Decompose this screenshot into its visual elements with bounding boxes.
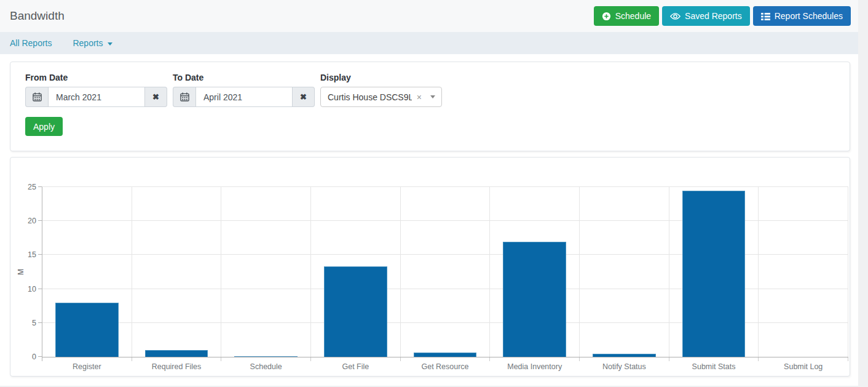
saved-reports-button[interactable]: Saved Reports — [662, 6, 750, 26]
schedule-button-label: Schedule — [615, 11, 651, 21]
page-header: Bandwidth Schedule Saved Reports Report … — [0, 0, 858, 32]
schedule-button[interactable]: Schedule — [594, 6, 659, 26]
app-container: Bandwidth Schedule Saved Reports Report … — [0, 0, 858, 386]
remove-selection-icon[interactable]: × — [417, 92, 422, 102]
to-date-clear-icon[interactable]: ✖ — [293, 87, 315, 107]
header-actions: Schedule Saved Reports Report Schedules — [594, 6, 851, 26]
from-date-label: From Date — [25, 73, 167, 82]
y-tick-mark — [38, 186, 42, 187]
bar-media-inventory — [503, 242, 566, 357]
from-date-input[interactable] — [48, 87, 145, 107]
table-list-icon — [761, 12, 770, 20]
plus-circle-icon — [602, 12, 611, 21]
y-tick-label: 20 — [28, 217, 36, 225]
reports-navbar: All Reports Reports — [0, 32, 858, 54]
chart-category-slot: Required Files — [132, 187, 222, 357]
y-tick-label: 15 — [28, 250, 36, 259]
chart-category-slot: Get File — [311, 187, 401, 357]
nav-item-all-reports[interactable]: All Reports — [10, 38, 52, 48]
chart-category-slot: Schedule — [221, 187, 311, 357]
from-date-input-group: ✖ — [25, 87, 167, 107]
y-tick-mark — [38, 322, 42, 323]
bar-submit-stats — [682, 191, 746, 357]
to-date-input[interactable] — [195, 87, 293, 107]
filter-panel: From Date ✖ To Date — [10, 62, 850, 151]
y-tick-label: 25 — [28, 183, 36, 191]
display-select-value: Curtis House DSCS9L — [328, 92, 412, 102]
page-title: Bandwidth — [10, 9, 65, 23]
chart-category-slot: Submit Stats — [669, 187, 759, 357]
y-tick-label: 10 — [28, 285, 36, 293]
y-tick-mark — [38, 289, 42, 289]
bar-get-resource — [414, 353, 477, 357]
bar-get-file — [324, 266, 387, 357]
saved-reports-button-label: Saved Reports — [685, 11, 742, 21]
from-date-clear-icon[interactable]: ✖ — [145, 87, 167, 107]
chart-category-slot: Register — [42, 187, 132, 357]
display-select[interactable]: Curtis House DSCS9L × — [320, 87, 442, 107]
report-schedules-button[interactable]: Report Schedules — [753, 6, 851, 26]
bar-required-files — [145, 350, 208, 357]
chart-plot: M 0510152025RegisterRequired FilesSchedu… — [42, 186, 848, 357]
to-date-filter: To Date ✖ — [173, 73, 315, 107]
eye-icon — [670, 12, 681, 20]
y-tick-mark — [38, 220, 42, 221]
calendar-icon[interactable] — [25, 87, 48, 107]
nav-item-label: Reports — [73, 38, 103, 48]
from-date-filter: From Date ✖ — [25, 73, 167, 107]
chart-category-slot: Media Inventory — [490, 187, 580, 357]
apply-button[interactable]: Apply — [25, 117, 63, 136]
chart-slots: RegisterRequired FilesScheduleGet FileGe… — [42, 187, 848, 357]
y-tick-mark — [38, 254, 42, 255]
calendar-icon[interactable] — [173, 87, 195, 107]
chart-category-slot: Notify Status — [580, 187, 669, 357]
to-date-input-group: ✖ — [173, 87, 315, 107]
y-axis-title: M — [17, 269, 25, 275]
main-content: From Date ✖ To Date — [0, 54, 858, 386]
chart-category-slot: Submit Log — [759, 187, 848, 357]
display-filter: Display Curtis House DSCS9L × — [320, 73, 442, 107]
filter-row: From Date ✖ To Date — [25, 73, 835, 107]
report-schedules-button-label: Report Schedules — [775, 11, 843, 21]
caret-down-icon — [430, 95, 435, 98]
bandwidth-chart-card: M 0510152025RegisterRequired FilesSchedu… — [10, 157, 850, 377]
x-category-label: Submit Log — [746, 357, 860, 371]
display-label: Display — [320, 73, 442, 82]
nav-item-reports-dropdown[interactable]: Reports — [73, 38, 112, 48]
bar-register — [55, 303, 119, 357]
y-tick-label: 5 — [32, 319, 36, 327]
chart-category-slot: Get Resource — [401, 187, 491, 357]
to-date-label: To Date — [173, 73, 315, 82]
nav-item-label: All Reports — [10, 38, 52, 48]
caret-down-icon — [108, 42, 112, 46]
